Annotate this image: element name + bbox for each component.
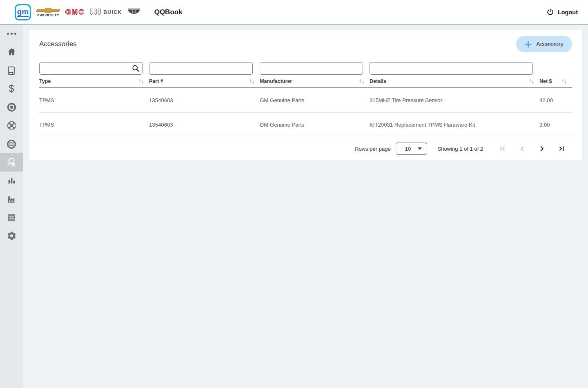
- column-header-row: Type Part #: [39, 78, 572, 88]
- sort-net-button[interactable]: [561, 78, 568, 85]
- gm-logo: gm: [15, 4, 31, 20]
- sidebar: $: [0, 25, 23, 388]
- column-label-manufacturer: Manufacturer: [260, 78, 292, 84]
- sidebar-item-reports[interactable]: [0, 172, 23, 190]
- cell-details: KIT20031 Replacement TPMS Hardware Kit: [370, 122, 539, 128]
- first-page-button[interactable]: [493, 140, 512, 157]
- sort-manufacturer-button[interactable]: [358, 78, 365, 85]
- table-footer: Rows per page 10 Showing 1 of 1 of 2: [39, 137, 572, 160]
- cell-part: 13540603: [149, 122, 260, 128]
- store-icon: [6, 212, 17, 223]
- cadillac-crest-icon: [127, 8, 140, 16]
- ellipsis-icon: [7, 33, 16, 35]
- wheel-icon: [6, 120, 17, 131]
- rows-per-page-select[interactable]: 10: [396, 143, 427, 155]
- sidebar-item-book[interactable]: [0, 61, 23, 80]
- page-title: Accessories: [39, 40, 77, 48]
- type-filter-input[interactable]: [39, 62, 143, 75]
- cell-manufacturer: GM Genuine Parts: [260, 122, 370, 128]
- showing-status: Showing 1 of 1 of 2: [438, 146, 483, 152]
- table-row[interactable]: TPMS 13540603 GM Genuine Parts 315MHZ Ti…: [39, 88, 572, 112]
- search-icon: [131, 64, 140, 73]
- sidebar-item-accessories[interactable]: [0, 153, 23, 172]
- last-page-icon: [557, 144, 566, 153]
- cell-net: 42.00: [539, 97, 572, 103]
- chevrolet-logo: CHEVROLET: [36, 8, 60, 17]
- book-icon: [6, 65, 17, 76]
- tire-rim-icon: [6, 139, 17, 149]
- buick-shields-icon: [90, 9, 101, 16]
- sidebar-item-tires[interactable]: [0, 98, 23, 116]
- factory-icon: [6, 194, 17, 205]
- card-header: Accessories Accessory: [29, 30, 582, 58]
- app-header: gm CHEVROLET GMC BUICK: [0, 0, 588, 25]
- sort-icon: [561, 78, 568, 85]
- main-area: Accessories Accessory: [23, 25, 588, 388]
- gm-logo-text: gm: [17, 8, 29, 17]
- sort-icon: [138, 78, 145, 85]
- gmc-logo: GMC: [65, 8, 85, 16]
- power-icon: [546, 8, 554, 16]
- home-icon: [7, 47, 17, 57]
- cell-net: 3.00: [539, 122, 572, 128]
- chevron-right-icon: [537, 144, 546, 153]
- sort-icon: [528, 78, 535, 85]
- next-page-button[interactable]: [532, 140, 552, 157]
- table-row[interactable]: TPMS 13540603 GM Genuine Parts KIT20031 …: [39, 112, 572, 137]
- dollar-icon: $: [9, 84, 14, 94]
- manufacturer-filter-input[interactable]: [260, 62, 363, 75]
- cell-details: 315MHZ Tire Pressure Sensor: [370, 97, 539, 103]
- caret-down-icon: [418, 147, 422, 150]
- column-label-details: Details: [370, 78, 386, 84]
- cell-type: TPMS: [39, 122, 149, 128]
- rows-per-page-label: Rows per page: [355, 146, 390, 152]
- sidebar-item-home[interactable]: [0, 43, 23, 61]
- sort-part-button[interactable]: [248, 78, 256, 85]
- logout-label: Logout: [558, 9, 578, 16]
- column-label-net: Net $: [539, 78, 552, 84]
- sidebar-item-manufacturers[interactable]: [0, 190, 23, 208]
- last-page-button[interactable]: [552, 140, 571, 157]
- sort-details-button[interactable]: [528, 78, 535, 85]
- sidebar-item-store[interactable]: [0, 208, 23, 227]
- filter-row: [39, 62, 572, 75]
- buick-logo: BUICK: [90, 9, 122, 16]
- chevron-left-icon: [518, 144, 527, 153]
- app-title: QQBook: [154, 8, 183, 16]
- pager: [493, 140, 571, 157]
- details-filter-input[interactable]: [370, 62, 533, 75]
- part-filter-input[interactable]: [149, 62, 253, 75]
- chevrolet-bowtie-icon: [36, 8, 60, 13]
- previous-page-button[interactable]: [512, 140, 532, 157]
- buick-logo-text: BUICK: [103, 9, 122, 15]
- add-accessory-button[interactable]: Accessory: [516, 36, 572, 52]
- tire-icon: [6, 102, 17, 113]
- plus-icon: [525, 41, 532, 48]
- first-page-icon: [498, 144, 507, 153]
- sort-icon: [248, 78, 256, 85]
- sidebar-item-pricing[interactable]: $: [0, 80, 23, 98]
- sidebar-item-settings[interactable]: [0, 227, 23, 245]
- key-search-icon: [6, 157, 17, 168]
- cell-manufacturer: GM Genuine Parts: [260, 97, 370, 103]
- sidebar-item-more[interactable]: [0, 25, 23, 43]
- column-label-type: Type: [39, 78, 51, 84]
- cell-part: 13540603: [149, 97, 260, 103]
- accessories-table: Type Part #: [29, 62, 582, 160]
- bar-chart-icon: [7, 176, 17, 186]
- accessories-card: Accessories Accessory: [29, 30, 582, 160]
- rows-per-page-value: 10: [405, 146, 411, 152]
- chevrolet-logo-text: CHEVROLET: [37, 14, 59, 17]
- brand-logo-group: gm CHEVROLET GMC BUICK: [15, 4, 140, 20]
- sort-icon: [358, 78, 365, 85]
- gear-icon: [7, 231, 17, 241]
- add-accessory-label: Accessory: [536, 41, 564, 47]
- cell-type: TPMS: [39, 97, 149, 103]
- sort-type-button[interactable]: [138, 78, 145, 85]
- column-label-part: Part #: [149, 78, 163, 84]
- logout-button[interactable]: Logout: [546, 8, 578, 16]
- sidebar-item-tire-wheel[interactable]: [0, 135, 23, 153]
- sidebar-item-wheels[interactable]: [0, 116, 23, 135]
